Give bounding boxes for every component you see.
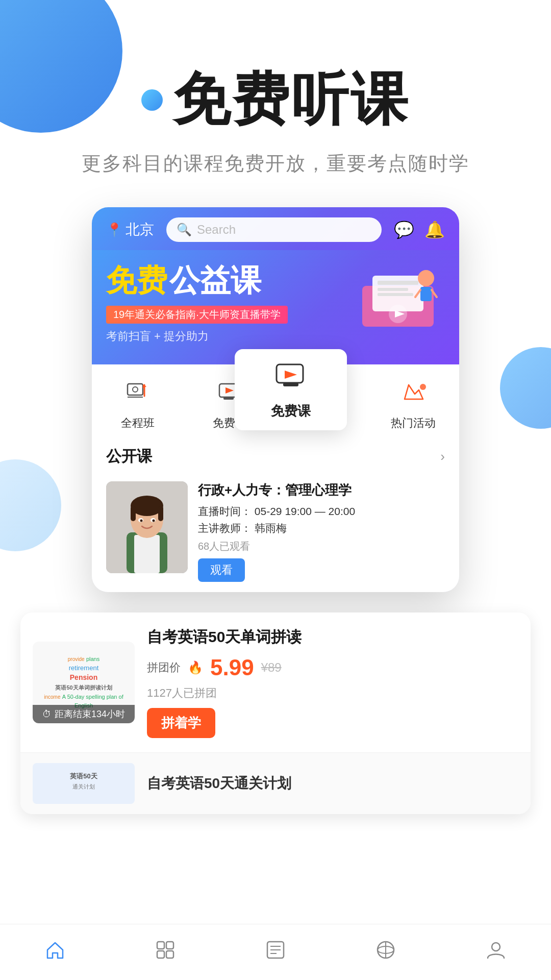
svg-rect-47 (166, 942, 173, 949)
watch-button[interactable]: 观看 (198, 558, 245, 582)
product-title-2: 自考英语50天通关计划 (147, 774, 291, 793)
quanchengban-icon (120, 375, 156, 410)
svg-rect-11 (128, 384, 143, 395)
banner-free-text: 免费 (106, 263, 167, 298)
nav-item-discover[interactable] (375, 940, 396, 965)
banner-illustration (347, 255, 449, 337)
svg-rect-29 (283, 383, 298, 386)
svg-rect-38 (158, 506, 163, 521)
hero-dot-decoration (141, 89, 163, 111)
svg-rect-49 (166, 951, 173, 958)
svg-point-5 (418, 270, 434, 286)
phone-mockup: 📍 北京 🔍 Search 💬 🔔 免费 公益课 19年通关必备指 (92, 207, 459, 592)
price-original: ¥89 (261, 660, 282, 675)
topbar-icons: 💬 🔔 (394, 220, 445, 239)
svg-text:英语50天: 英语50天 (69, 772, 97, 780)
teacher-avatar (106, 481, 188, 573)
product-thumb-1: provide plans retirement Pension 英语50天单词… (33, 642, 135, 723)
svg-rect-48 (157, 951, 164, 958)
popup-card-icon (273, 359, 309, 397)
teacher-info: 主讲教师： 韩雨梅 (198, 521, 445, 535)
public-course-header: 公开课 › (92, 436, 459, 473)
banner: 免费 公益课 19年通关必备指南·大牛师资直播带学 考前扫盲 + 提分助力 (92, 250, 459, 364)
broadcast-time-value: 05-29 19:00 — 20:00 (255, 505, 355, 517)
group-count: 1127人已拼团 (147, 685, 518, 701)
product-card-2-preview[interactable]: 英语50天 通关计划 自考英语50天通关计划 (20, 753, 531, 814)
product-title-1: 自考英语50天单词拼读 (147, 627, 518, 648)
nav-label-hotactivities: 热门活动 (391, 415, 436, 431)
teacher-name-value: 韩雨梅 (255, 522, 287, 534)
product-cards-section: provide plans retirement Pension 英语50天单词… (20, 612, 531, 814)
svg-rect-46 (157, 942, 164, 949)
public-course-arrow[interactable]: › (440, 449, 445, 464)
product-price-row: 拼团价 🔥 5.99 ¥89 (147, 655, 518, 680)
location-text: 北京 (126, 220, 154, 239)
nav-icon-hotactivities[interactable]: 热门活动 (367, 375, 459, 431)
svg-rect-17 (223, 397, 234, 400)
price-icon: 🔥 (188, 660, 203, 675)
banner-tag: 19年通关必备指南·大牛师资直播带学 (106, 306, 288, 324)
svg-rect-3 (378, 288, 408, 291)
svg-point-12 (133, 387, 138, 392)
course-name: 行政+人力专：管理心理学 (198, 481, 445, 499)
countdown-text: 距离结束134小时 (55, 708, 125, 720)
phone-mockup-wrapper: 📍 北京 🔍 Search 💬 🔔 免费 公益课 19年通关必备指 (0, 207, 551, 612)
hero-subtitle: 更多科目的课程免费开放，重要考点随时学 (0, 151, 551, 177)
price-label: 拼团价 (147, 660, 181, 675)
list-icon (265, 940, 286, 965)
svg-point-27 (420, 384, 426, 390)
nav-icons-row: 全程班 免费课 (92, 364, 459, 436)
nav-item-list[interactable] (265, 940, 286, 965)
popup-label: 免费课 (271, 402, 311, 420)
svg-text:通关计划: 通关计划 (72, 783, 95, 790)
svg-rect-37 (131, 506, 136, 521)
broadcast-label: 直播时间： (198, 505, 252, 517)
notification-icon[interactable]: 🔔 (424, 220, 445, 239)
location-button[interactable]: 📍 北京 (106, 220, 154, 239)
public-course-title: 公开课 (106, 446, 152, 467)
nav-label-quanchengban: 全程班 (121, 415, 155, 431)
message-icon[interactable]: 💬 (394, 220, 414, 239)
nav-icon-quanchengban[interactable]: 全程班 (92, 375, 184, 431)
svg-rect-2 (378, 281, 418, 285)
nav-item-home[interactable] (45, 940, 65, 965)
svg-point-57 (492, 943, 500, 951)
svg-point-42 (153, 520, 155, 522)
group-buy-button[interactable]: 拼着学 (147, 708, 215, 738)
hero-title: 免费听课 (173, 61, 410, 138)
clock-icon: ⏱ (42, 709, 52, 720)
product-countdown: ⏱ 距离结束134小时 (33, 705, 135, 723)
svg-marker-18 (226, 387, 234, 394)
course-card: 行政+人力专：管理心理学 直播时间： 05-29 19:00 — 20:00 主… (92, 473, 459, 592)
search-placeholder-text: Search (197, 223, 236, 237)
home-icon (45, 940, 65, 965)
svg-marker-30 (285, 371, 297, 379)
courses-icon (155, 940, 176, 965)
hero-section: 免费听课 更多科目的课程免费开放，重要考点随时学 (0, 0, 551, 177)
profile-icon (486, 940, 506, 965)
app-topbar: 📍 北京 🔍 Search 💬 🔔 (92, 207, 459, 250)
hero-title-row: 免费听课 (0, 61, 551, 138)
svg-rect-4 (378, 293, 413, 296)
nav-item-courses[interactable] (155, 940, 176, 965)
svg-rect-33 (134, 535, 160, 573)
price-value: 5.99 (210, 655, 254, 680)
banner-main-text: 公益课 (169, 263, 261, 298)
nav-item-profile[interactable] (486, 940, 506, 965)
search-icon: 🔍 (177, 223, 192, 237)
broadcast-time: 直播时间： 05-29 19:00 — 20:00 (198, 504, 445, 519)
location-icon: 📍 (106, 222, 122, 238)
svg-rect-6 (420, 287, 432, 301)
popup-card-mifeike: 免费课 (235, 349, 347, 430)
product-card-1: provide plans retirement Pension 英语50天单词… (20, 612, 531, 753)
word-cloud: provide plans retirement Pension 英语50天单词… (38, 655, 130, 710)
hotactivities-icon (395, 375, 431, 410)
search-bar[interactable]: 🔍 Search (166, 217, 382, 242)
product-info-1: 自考英语50天单词拼读 拼团价 🔥 5.99 ¥89 1127人已拼团 拼着学 (147, 627, 518, 738)
teacher-label: 主讲教师： (198, 522, 252, 534)
bottom-navigation (0, 924, 551, 980)
course-info: 行政+人力专：管理心理学 直播时间： 05-29 19:00 — 20:00 主… (198, 481, 445, 582)
discover-icon (375, 940, 396, 965)
product-thumb-2: 英语50天 通关计划 (33, 763, 135, 804)
svg-point-41 (140, 520, 143, 522)
